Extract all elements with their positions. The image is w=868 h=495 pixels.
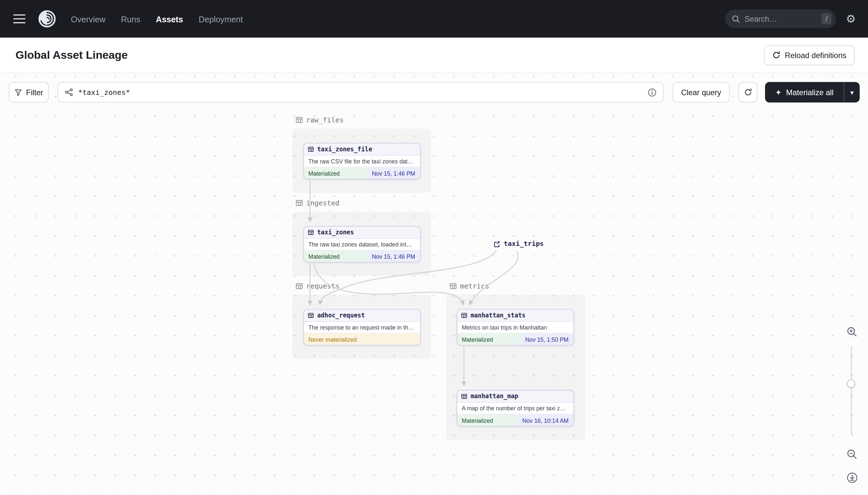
asset-node-adhoc_request[interactable]: adhoc_request The response to an request… (303, 309, 421, 346)
dagster-logo-icon (38, 10, 56, 28)
search-shortcut-key: / (821, 14, 831, 24)
global-search[interactable]: / (725, 10, 836, 28)
nav-links: Overview Runs Assets Deployment (71, 14, 243, 24)
zoom-slider-handle[interactable] (847, 379, 855, 388)
table-icon (308, 229, 314, 236)
materialization-timestamp: Nov 15, 1:50 PM (520, 334, 573, 345)
materialization-timestamp: Nov 16, 10:14 AM (517, 414, 573, 426)
download-image-button[interactable] (845, 471, 859, 484)
funnel-icon (14, 88, 22, 96)
refresh-icon (772, 51, 780, 59)
asset-name: manhattan_stats (471, 312, 526, 319)
status-badge: Materialized (457, 334, 520, 345)
asset-node-header: taxi_zones_file (304, 143, 420, 156)
info-icon[interactable] (648, 88, 656, 97)
asset-node-taxi_zones_file[interactable]: taxi_zones_file The raw CSV file for the… (303, 143, 421, 179)
reload-definitions-label: Reload definitions (785, 51, 846, 59)
asset-node-header: adhoc_request (304, 309, 420, 322)
top-navbar: Overview Runs Assets Deployment / ⚙ (0, 0, 868, 38)
asset-node-manhattan_stats[interactable]: manhattan_stats Metrics on taxi trips in… (457, 309, 574, 346)
zoom-controls (844, 73, 859, 495)
clear-query-label: Clear query (681, 88, 721, 97)
nav-item-runs[interactable]: Runs (121, 14, 140, 24)
filter-button[interactable]: Filter (9, 82, 49, 102)
asset-name: taxi_zones (317, 229, 354, 236)
asset-taxi_trips[interactable]: taxi_trips (493, 240, 544, 248)
materialization-timestamp: Nov 15, 1:46 PM (367, 167, 420, 179)
search-input[interactable] (745, 14, 817, 23)
asset-node-header: manhattan_map (457, 391, 573, 403)
asset-footer: Materialized Nov 15, 1:46 PM (304, 167, 420, 179)
status-badge: Never materialized (304, 334, 420, 345)
zoom-in-button[interactable] (845, 325, 859, 339)
zoom-out-button[interactable] (845, 448, 859, 461)
status-badge: Materialized (457, 414, 517, 426)
reload-definitions-button[interactable]: Reload definitions (764, 45, 854, 65)
asset-node-header: taxi_zones (304, 226, 420, 239)
asset-description: The raw CSV file for the taxi zones dat… (304, 156, 420, 167)
external-asset-name: taxi_trips (504, 240, 544, 248)
zoom-slider-track[interactable] (851, 346, 852, 435)
asset-name: manhattan_map (471, 393, 518, 400)
status-badge: Materialized (304, 251, 367, 262)
external-link-icon (493, 240, 501, 248)
filter-label: Filter (26, 88, 43, 97)
lineage-edges (0, 73, 868, 495)
asset-selection-input-box[interactable] (58, 82, 664, 102)
graph-query-icon (65, 88, 73, 96)
asset-description: Metrics on taxi trips in Manhattan (457, 322, 573, 333)
asset-footer: Materialized Nov 15, 1:46 PM (304, 250, 420, 262)
search-icon (732, 15, 740, 23)
table-icon (308, 312, 314, 319)
dagster-logo[interactable] (38, 10, 56, 28)
asset-footer: Materialized Nov 16, 10:14 AM (457, 414, 573, 426)
asset-description: A map of the number of trips per taxi z… (457, 403, 573, 414)
asset-node-header: manhattan_stats (457, 309, 573, 322)
materialize-all-label: Materialize all (786, 88, 833, 97)
menu-icon[interactable] (14, 14, 25, 23)
asset-selection-input[interactable] (78, 88, 643, 96)
lineage-toolbar: Filter Clear query (0, 82, 868, 102)
asset-description: The raw taxi zones dataset, loaded int… (304, 239, 420, 250)
refresh-graph-button[interactable] (739, 82, 757, 102)
asset-name: taxi_zones_file (317, 146, 372, 153)
refresh-icon (744, 88, 752, 96)
sparkle-icon: ✦ (775, 88, 782, 96)
materialize-all-button[interactable]: ✦ Materialize all (765, 82, 844, 102)
lineage-canvas[interactable]: Filter Clear query (0, 73, 868, 495)
app-root: Overview Runs Assets Deployment / ⚙ Glob… (0, 0, 868, 495)
asset-name: adhoc_request (317, 312, 365, 319)
table-icon (461, 312, 467, 319)
settings-gear-icon[interactable]: ⚙ (846, 14, 856, 24)
asset-node-taxi_zones[interactable]: taxi_zones The raw taxi zones dataset, l… (303, 226, 421, 262)
page-header: Global Asset Lineage Reload definitions (0, 38, 868, 73)
asset-footer: Materialized Nov 15, 1:50 PM (457, 333, 573, 345)
clear-query-button[interactable]: Clear query (672, 82, 730, 102)
asset-footer: Never materialized (304, 333, 420, 345)
table-icon (461, 393, 467, 399)
nav-item-deployment[interactable]: Deployment (198, 14, 243, 24)
asset-node-manhattan_map[interactable]: manhattan_map A map of the number of tri… (457, 390, 574, 426)
navbar-right: / ⚙ (725, 10, 856, 28)
nav-item-assets[interactable]: Assets (156, 14, 183, 24)
materialization-timestamp: Nov 15, 1:46 PM (367, 251, 420, 262)
nav-item-overview[interactable]: Overview (71, 14, 105, 24)
status-badge: Materialized (304, 167, 367, 179)
asset-description: The response to an request made in th… (304, 322, 420, 333)
table-icon (308, 147, 314, 153)
page-title: Global Asset Lineage (15, 49, 128, 62)
